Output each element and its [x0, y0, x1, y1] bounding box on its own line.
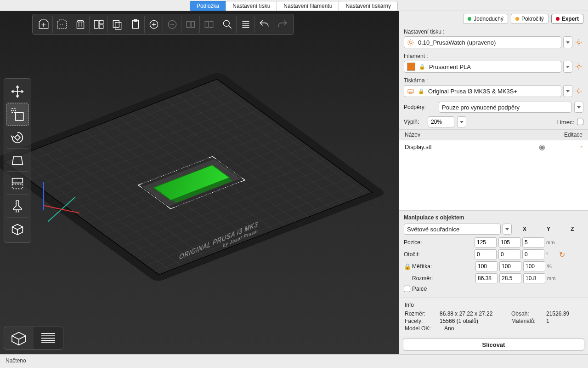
lock-icon[interactable]: 🔒 — [404, 263, 410, 270]
printer-preset-value: Original Prusa i3 MK3S & MK3S+ — [428, 88, 517, 95]
pos-x-input[interactable] — [475, 237, 497, 247]
svg-rect-16 — [12, 184, 23, 189]
svg-point-17 — [409, 41, 412, 44]
svg-rect-0 — [94, 20, 98, 28]
svg-rect-4 — [115, 23, 121, 29]
left-toolbar — [4, 78, 31, 243]
variable-layer-button[interactable] — [237, 16, 255, 33]
object-list[interactable]: Display.stl ◉ ▫ — [399, 140, 588, 210]
rot-x-input[interactable] — [475, 249, 497, 259]
supports-combo[interactable]: Pouze pro vynucené podpěry — [439, 102, 571, 113]
size-x-input[interactable] — [475, 273, 498, 283]
undo-button[interactable] — [255, 16, 273, 33]
split-objects-button[interactable] — [181, 16, 200, 33]
filament-preset-settings[interactable] — [574, 61, 583, 73]
split-parts-button[interactable] — [200, 16, 218, 33]
filament-preset-combo[interactable]: 🔒 Prusament PLA — [404, 61, 561, 73]
preview-view-button[interactable] — [34, 327, 63, 349]
add-instance-button[interactable] — [145, 16, 163, 33]
rot-z-input[interactable] — [522, 249, 544, 259]
scale-gizmo-button[interactable] — [6, 104, 29, 126]
svg-rect-9 — [187, 22, 190, 28]
svg-rect-13 — [16, 113, 23, 121]
mode-expert[interactable]: Expert — [551, 14, 583, 24]
svg-rect-14 — [15, 134, 20, 140]
lock-icon: 🔒 — [419, 64, 425, 70]
editor-view-button[interactable] — [4, 327, 34, 349]
remove-instance-button[interactable] — [163, 16, 181, 33]
svg-point-12 — [223, 20, 229, 26]
size-y-input[interactable] — [499, 273, 521, 283]
paint-supports-button[interactable] — [6, 196, 29, 218]
pos-y-input[interactable] — [498, 237, 520, 247]
svg-rect-2 — [99, 25, 103, 29]
add-button[interactable] — [34, 16, 53, 33]
main-tabs: Podložka Nastavení tisku Nastavení filam… — [0, 0, 588, 11]
reset-rotation-button[interactable]: ↻ — [559, 250, 565, 259]
coord-system-dropdown[interactable] — [503, 224, 512, 235]
visibility-icon[interactable]: ◉ — [539, 143, 545, 151]
svg-rect-15 — [12, 178, 23, 183]
move-gizmo-button[interactable] — [6, 80, 29, 103]
info-title: Info — [405, 302, 582, 308]
remove-button[interactable] — [53, 16, 71, 33]
object-manipulation-panel: Manipulace s objektem Světové souřadnice… — [399, 210, 588, 298]
filament-preset-value: Prusament PLA — [429, 63, 471, 70]
printer-preset-dropdown[interactable] — [563, 85, 572, 97]
tab-plater[interactable]: Podložka — [190, 1, 226, 11]
svg-point-19 — [577, 65, 580, 68]
mode-simple[interactable]: Jednoduchý — [463, 14, 508, 24]
lock-icon: 🔒 — [418, 88, 424, 94]
filament-preset-dropdown[interactable] — [563, 61, 572, 73]
delete-button[interactable] — [71, 16, 90, 33]
paste-button[interactable] — [126, 16, 145, 33]
arrange-button[interactable] — [90, 16, 108, 33]
cut-gizmo-button[interactable] — [6, 172, 29, 195]
printer-preset-combo[interactable]: 🔒 Original Prusa i3 MK3S & MK3S+ — [404, 85, 561, 97]
scale-x-input[interactable] — [475, 261, 498, 271]
print-preset-settings[interactable] — [574, 36, 583, 48]
mode-switcher: Jednoduchý Pokročilý Expert — [399, 11, 588, 27]
svg-rect-1 — [99, 20, 103, 24]
print-preset-dropdown[interactable] — [563, 36, 572, 48]
print-preset-value: 0.10_PrusaWatch (upraveno) — [418, 39, 496, 46]
tab-printer-settings[interactable]: Nastavení tiskárny — [339, 1, 398, 11]
coord-system-combo[interactable]: Světové souřadnice — [404, 224, 501, 235]
pos-z-input[interactable] — [522, 237, 544, 247]
brim-label: Límec: — [556, 119, 574, 126]
infill-label: Výplň: — [404, 119, 425, 125]
tab-filament-settings[interactable]: Nastavení filamentu — [277, 1, 339, 11]
inches-checkbox[interactable] — [404, 286, 410, 292]
mode-advanced[interactable]: Pokročilý — [511, 14, 548, 24]
scale-y-input[interactable] — [499, 261, 521, 271]
search-button[interactable] — [218, 16, 237, 33]
copy-button[interactable] — [108, 16, 126, 33]
place-on-face-button[interactable] — [6, 150, 29, 172]
object-list-header: NázevEditace — [399, 129, 588, 140]
object-name: Display.stl — [405, 144, 431, 150]
brim-checkbox[interactable] — [577, 119, 583, 125]
size-z-input[interactable] — [523, 273, 545, 283]
print-settings-label: Nastavení tisku : — [404, 29, 583, 35]
info-panel: Info Rozměr:86.38 x 27.22 x 27.22 Obsah:… — [399, 298, 588, 336]
infill-input[interactable] — [428, 116, 454, 127]
right-panel: Jednoduchý Pokročilý Expert Nastavení ti… — [399, 11, 588, 354]
printer-preset-settings[interactable] — [574, 85, 583, 97]
gear-icon — [407, 39, 414, 46]
edit-icon[interactable]: ▫ — [580, 144, 582, 150]
scale-z-input[interactable] — [523, 261, 545, 271]
supports-dropdown[interactable] — [574, 102, 583, 113]
3d-viewport[interactable]: ORIGINAL PRUSA i3 MK3 by Josef Prusa — [0, 11, 399, 354]
seam-painting-button[interactable] — [6, 218, 29, 241]
slice-button[interactable]: Slicovat — [403, 339, 584, 351]
rot-y-input[interactable] — [498, 249, 520, 259]
print-preset-combo[interactable]: 0.10_PrusaWatch (upraveno) — [404, 36, 561, 48]
object-list-item[interactable]: Display.stl ◉ ▫ — [399, 140, 588, 154]
redo-button[interactable] — [273, 16, 292, 33]
infill-dropdown[interactable] — [457, 116, 466, 127]
top-toolbar — [32, 14, 294, 35]
rotate-gizmo-button[interactable] — [6, 126, 29, 149]
filament-color-swatch[interactable] — [407, 63, 415, 71]
tab-print-settings[interactable]: Nastavení tisku — [226, 1, 277, 11]
supports-label: Podpěry: — [404, 104, 436, 110]
